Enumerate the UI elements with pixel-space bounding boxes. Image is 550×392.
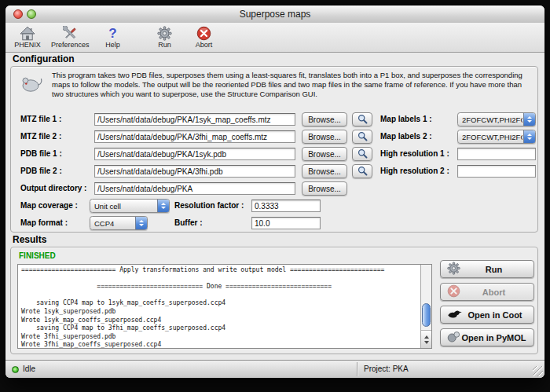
map-labels-2-label: Map labels 2 : (380, 132, 432, 141)
chevron-updown-icon (135, 217, 147, 229)
chevron-updown-icon (157, 200, 169, 212)
program-description: This program takes two PDB files, superp… (52, 71, 528, 100)
map-format-row: Map format : CCP4 Buffer : (11, 216, 537, 232)
high-resolution-1-label: High resolution 1 : (380, 149, 449, 158)
coot-bird-icon (447, 309, 463, 321)
map-format-value: CCP4 (94, 219, 134, 228)
pdb-file-2-view-button[interactable] (352, 164, 372, 178)
map-labels-2-value: 2FOFCWT,PHI2FOF... (462, 133, 522, 141)
status-bar: Idle Project: PKA (6, 360, 544, 378)
resolution-factor-label: Resolution factor : (174, 201, 244, 210)
chevron-updown-icon (523, 130, 535, 143)
magnifier-icon (358, 148, 368, 160)
pdb-file-1-input[interactable] (94, 148, 295, 160)
status-badge: FINISHED (19, 251, 56, 260)
mtz-file-1-label: MTZ file 1 : (20, 115, 61, 123)
toolbar-phenix-label: PHENIX (14, 41, 41, 49)
mtz-file-1-row: MTZ file 1 : Browse... Map labels 1 : 2F… (11, 112, 537, 128)
status-state: Idle (23, 365, 35, 373)
magnifier-icon (358, 166, 368, 178)
pdb-file-2-input[interactable] (94, 165, 295, 178)
abort-button[interactable]: Abort (440, 283, 534, 301)
toolbar-run-button[interactable]: Run (148, 24, 182, 49)
resolution-factor-input[interactable] (251, 200, 321, 212)
console-output[interactable]: ========================= Apply transfor… (17, 264, 432, 349)
zoom-button[interactable] (27, 9, 36, 19)
console-text[interactable]: ========================= Apply transfor… (18, 265, 421, 348)
pdb-file-2-label: PDB file 2 : (20, 167, 62, 175)
results-panel: FINISHED ========================= Apply… (10, 247, 538, 354)
toolbar-preferences-button[interactable]: Preferences (50, 24, 91, 49)
output-directory-browse-button[interactable]: Browse... (302, 181, 347, 196)
scrollbar-arrows[interactable] (421, 330, 431, 348)
close-button[interactable] (13, 9, 23, 19)
console-scrollbar[interactable] (420, 265, 431, 348)
chevron-updown-icon (523, 113, 535, 126)
open-in-pymol-label: Open in PyMOL (460, 333, 527, 343)
phenix-critter-icon (20, 71, 43, 98)
titlebar[interactable]: Superpose maps (6, 5, 544, 24)
toolbar-run-label: Run (158, 41, 171, 49)
gear-icon (157, 25, 172, 41)
configuration-heading: Configuration (13, 53, 75, 64)
map-coverage-label: Map coverage : (20, 201, 78, 210)
abort-button-label: Abort (460, 288, 527, 297)
mtz-file-1-browse-button[interactable]: Browse... (302, 112, 347, 126)
run-button-label: Run (460, 265, 527, 274)
magnifier-icon (358, 131, 368, 143)
idle-led-icon (12, 366, 19, 373)
pdb-file-1-view-button[interactable] (352, 147, 372, 161)
open-in-coot-label: Open in Coot (463, 310, 527, 320)
resize-grip[interactable] (533, 366, 543, 376)
mtz-file-2-label: MTZ file 2 : (20, 132, 61, 141)
pdb-file-2-browse-button[interactable]: Browse... (302, 164, 347, 178)
high-resolution-2-label: High resolution 2 : (380, 167, 449, 175)
pdb-file-1-browse-button[interactable]: Browse... (302, 147, 347, 161)
mtz-file-2-row: MTZ file 2 : Browse... Map labels 2 : 2F… (11, 130, 537, 145)
open-in-pymol-button[interactable]: Open in PyMOL (440, 328, 534, 346)
high-resolution-1-input[interactable] (457, 148, 536, 160)
map-labels-1-label: Map labels 1 : (380, 115, 432, 123)
map-coverage-row: Map coverage : Unit cell Resolution fact… (11, 199, 537, 214)
output-directory-input[interactable] (94, 182, 295, 195)
configuration-panel: This program takes two PDB files, superp… (10, 66, 538, 233)
pdb-file-2-row: PDB file 2 : Browse... High resolution 2… (11, 164, 537, 180)
pymol-icon (447, 331, 460, 344)
mtz-file-1-input[interactable] (94, 113, 295, 126)
gear-icon (447, 262, 460, 277)
map-labels-1-value: 2FOFCWT,PHI2FOF... (462, 115, 522, 124)
output-directory-row: Output directory : Browse... (11, 181, 537, 197)
open-in-coot-button[interactable]: Open in Coot (440, 306, 534, 324)
mtz-file-2-view-button[interactable] (352, 130, 372, 144)
mtz-file-2-input[interactable] (94, 130, 295, 143)
buffer-label: Buffer : (174, 218, 203, 227)
home-icon (20, 25, 35, 41)
tools-icon (63, 25, 78, 41)
run-button[interactable]: Run (440, 260, 534, 278)
mtz-file-2-browse-button[interactable]: Browse... (302, 130, 347, 144)
high-resolution-2-input[interactable] (457, 165, 536, 178)
mtz-file-1-view-button[interactable] (352, 112, 372, 126)
toolbar-abort-button[interactable]: Abort (187, 24, 222, 49)
help-icon: ? (108, 25, 116, 41)
map-labels-2-select[interactable]: 2FOFCWT,PHI2FOF... (457, 130, 536, 144)
map-format-label: Map format : (20, 218, 68, 227)
scroll-down-icon[interactable] (424, 341, 429, 344)
map-format-select[interactable]: CCP4 (90, 216, 148, 230)
magnifier-icon (358, 114, 368, 126)
map-coverage-select[interactable]: Unit cell (90, 199, 170, 213)
map-coverage-value: Unit cell (94, 202, 156, 211)
toolbar-help-label: Help (105, 41, 120, 49)
toolbar: PHENIX Preferences ? Help (6, 23, 544, 53)
pdb-file-1-row: PDB file 1 : Browse... High resolution 1… (11, 147, 537, 163)
toolbar-preferences-label: Preferences (51, 41, 90, 49)
abort-icon (447, 284, 460, 299)
scroll-up-icon[interactable] (424, 335, 429, 339)
window-title: Superpose maps (6, 5, 544, 23)
scrollbar-thumb[interactable] (422, 303, 431, 327)
toolbar-phenix-button[interactable]: PHENIX (10, 24, 45, 49)
buffer-input[interactable] (251, 217, 321, 229)
status-project: Project: PKA (364, 365, 409, 373)
toolbar-help-button[interactable]: ? Help (96, 24, 130, 49)
map-labels-1-select[interactable]: 2FOFCWT,PHI2FOF... (457, 112, 536, 126)
